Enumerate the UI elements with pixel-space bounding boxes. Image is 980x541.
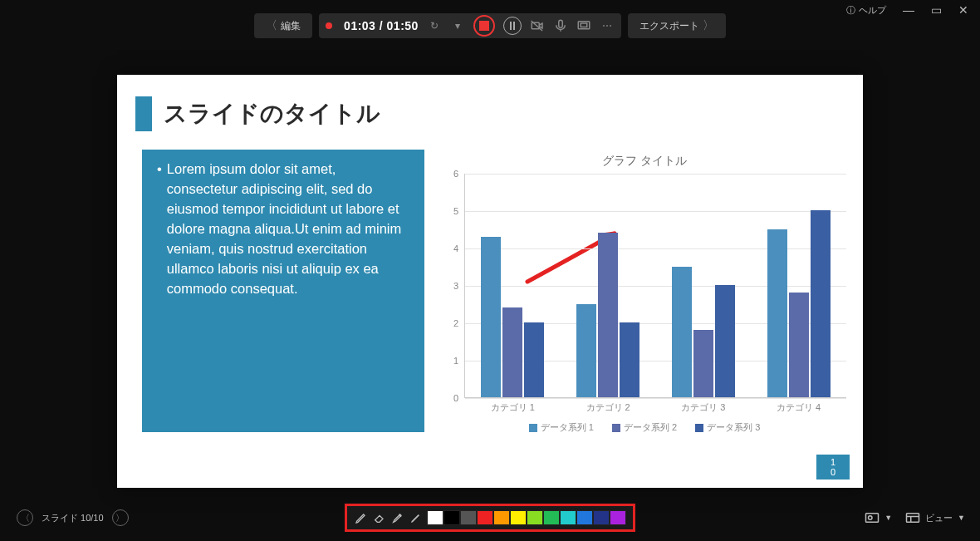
- chart-bar: [481, 237, 501, 398]
- chart-bar: [767, 229, 787, 398]
- chart-y-tick: 6: [453, 169, 458, 179]
- chart-category-label: カテゴリ 3: [656, 401, 752, 414]
- chart-y-tick: 4: [453, 243, 458, 253]
- pen-tool-icon[interactable]: [354, 510, 369, 525]
- chart-y-tick: 0: [453, 393, 458, 403]
- chart-bar: [811, 210, 831, 397]
- svg-rect-0: [532, 22, 539, 29]
- color-swatch[interactable]: [493, 510, 510, 525]
- time-display: 01:03 / 01:50: [344, 19, 419, 32]
- mic-icon[interactable]: [553, 18, 568, 33]
- edit-mode-button[interactable]: 〈 編集: [254, 13, 312, 38]
- chart-bar: [715, 285, 735, 397]
- chart-bar: [620, 322, 639, 397]
- top-toolbar: 〈 編集 01:03 / 01:50 ↻ ▾ ⋯ エクスポート 〉: [0, 12, 980, 40]
- chart-category: カテゴリ 3: [656, 174, 752, 397]
- color-swatch[interactable]: [560, 510, 576, 525]
- chart-category-label: カテゴリ 2: [561, 401, 656, 414]
- next-slide-button[interactable]: 〉: [112, 509, 129, 526]
- chart-category: カテゴリ 4: [751, 174, 846, 397]
- chart-y-tick: 5: [453, 206, 458, 216]
- color-swatch[interactable]: [477, 510, 493, 525]
- chevron-right-icon: 〉: [703, 18, 714, 33]
- chevron-down-icon: ▼: [884, 514, 892, 522]
- dropdown-icon[interactable]: ▾: [450, 18, 465, 33]
- bullet-item: • Lorem ipsum dolor sit amet, consectetu…: [157, 160, 409, 298]
- svg-rect-4: [581, 23, 587, 27]
- chart-y-tick: 2: [453, 318, 458, 328]
- svg-rect-3: [578, 22, 590, 29]
- color-swatch[interactable]: [593, 510, 610, 525]
- slide-nav: 〈 スライド 10/10 〉: [17, 509, 129, 526]
- svg-point-6: [869, 516, 873, 520]
- presenter-view-button[interactable]: ▼: [865, 512, 892, 524]
- chevron-down-icon: ▼: [958, 514, 965, 522]
- color-swatch[interactable]: [527, 510, 543, 525]
- chart-bars: カテゴリ 1カテゴリ 2カテゴリ 3カテゴリ 4: [465, 174, 846, 397]
- slide-counter: スライド 10/10: [42, 512, 104, 524]
- bullet-text: Lorem ipsum dolor sit amet, consectetur …: [167, 160, 409, 298]
- color-swatches: [427, 510, 626, 525]
- chart-category: カテゴリ 1: [465, 174, 561, 397]
- color-swatch[interactable]: [460, 510, 477, 525]
- chart-plot-area: 0123456カテゴリ 1カテゴリ 2カテゴリ 3カテゴリ 4: [464, 174, 846, 398]
- legend-swatch: [529, 424, 537, 432]
- export-label: エクスポート: [639, 19, 699, 33]
- record-indicator: [326, 20, 336, 32]
- chart-bar: [502, 307, 522, 397]
- chevron-left-icon: 〈: [266, 18, 277, 33]
- stop-button[interactable]: [473, 15, 495, 37]
- chart-bar: [693, 330, 713, 397]
- title-accent-bar: [135, 96, 152, 131]
- bottom-bar: 〈 スライド 10/10 〉 ▼ ビュー ▼: [0, 494, 980, 541]
- color-swatch[interactable]: [510, 510, 527, 525]
- redo-icon[interactable]: ↻: [427, 18, 442, 33]
- prev-slide-button[interactable]: 〈: [17, 509, 33, 526]
- slide-body-box: • Lorem ipsum dolor sit amet, consectetu…: [142, 150, 424, 432]
- view-mode-button[interactable]: ビュー ▼: [905, 512, 965, 524]
- chart-gridline: [465, 398, 846, 399]
- svg-rect-2: [559, 20, 563, 27]
- slide-canvas: スライドのタイトル • Lorem ipsum dolor sit amet, …: [117, 75, 863, 488]
- color-swatch[interactable]: [576, 510, 593, 525]
- chart-category: カテゴリ 2: [561, 174, 656, 397]
- color-swatch[interactable]: [543, 510, 560, 525]
- chart: グラフ タイトル 0123456カテゴリ 1カテゴリ 2カテゴリ 3カテゴリ 4…: [441, 154, 848, 453]
- export-button[interactable]: エクスポート 〉: [628, 13, 726, 38]
- chart-bar: [598, 233, 618, 397]
- view-label: ビュー: [925, 512, 953, 524]
- pause-button[interactable]: [503, 17, 522, 35]
- highlighter-tool-icon[interactable]: [390, 510, 405, 525]
- legend-swatch: [695, 424, 703, 432]
- slide-title-area: スライドのタイトル: [135, 96, 380, 131]
- bullet-dot-icon: •: [157, 160, 162, 298]
- camera-off-icon[interactable]: [530, 18, 545, 33]
- legend-swatch: [612, 424, 620, 432]
- chart-legend-item: データ系列 1: [529, 421, 594, 434]
- view-controls: ▼ ビュー ▼: [865, 512, 965, 524]
- color-swatch[interactable]: [610, 510, 626, 525]
- chart-y-tick: 3: [453, 281, 458, 291]
- chart-bar: [789, 293, 809, 397]
- chart-bar: [672, 267, 692, 398]
- chart-bar: [524, 322, 544, 397]
- edit-label: 編集: [281, 19, 301, 33]
- screen-icon[interactable]: [576, 18, 591, 33]
- chart-category-label: カテゴリ 1: [465, 401, 561, 414]
- color-swatch[interactable]: [427, 510, 443, 525]
- svg-rect-7: [907, 514, 919, 523]
- chart-legend-item: データ系列 3: [695, 421, 760, 434]
- chart-category-label: カテゴリ 4: [751, 401, 846, 414]
- marker-tool-icon[interactable]: [409, 510, 424, 525]
- color-swatch[interactable]: [443, 510, 460, 525]
- chart-bar: [576, 304, 596, 398]
- chart-legend: データ系列 1データ系列 2データ系列 3: [441, 421, 848, 434]
- slide-title: スライドのタイトル: [164, 98, 380, 130]
- chart-y-tick: 1: [453, 356, 458, 366]
- slide-page-number: 1 0: [816, 455, 850, 480]
- more-icon[interactable]: ⋯: [600, 18, 615, 33]
- chart-title: グラフ タイトル: [441, 154, 848, 169]
- eraser-tool-icon[interactable]: [372, 510, 387, 525]
- chart-legend-item: データ系列 2: [612, 421, 677, 434]
- recording-controls: 01:03 / 01:50 ↻ ▾ ⋯: [319, 13, 621, 38]
